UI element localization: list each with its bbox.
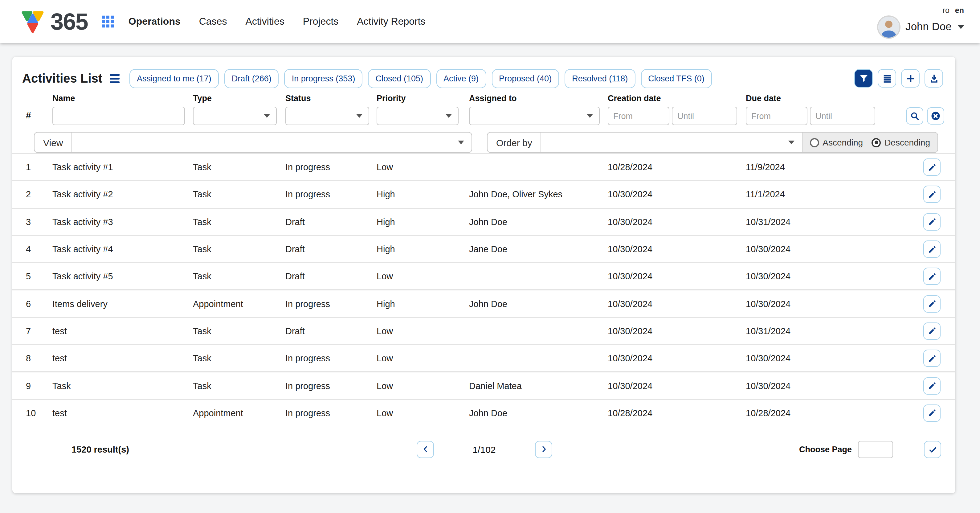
sort-direction-group: Ascending Descending [802, 132, 937, 152]
radio-circle-icon [810, 138, 819, 147]
cell-creation-date: 10/30/2024 [608, 190, 652, 199]
apps-grid-icon[interactable] [102, 15, 115, 29]
add-button[interactable] [901, 69, 920, 88]
filter-button[interactable] [854, 69, 873, 88]
filter-chip[interactable]: Closed (105) [368, 69, 431, 88]
table-row: 7 test Task Draft Low 10/30/2024 10/31/2… [12, 317, 955, 344]
table-row: 9 Task Task In progress Low Daniel Matea… [12, 371, 955, 399]
cell-assigned-to: John Doe [469, 217, 507, 226]
chevron-down-icon [587, 114, 593, 118]
choose-page-input[interactable] [858, 441, 893, 458]
cell-number: 2 [26, 190, 31, 199]
next-page-button[interactable] [535, 441, 552, 458]
filter-chip[interactable]: Assigned to me (17) [129, 69, 219, 88]
cell-priority: Low [377, 326, 393, 336]
list-view-button[interactable] [878, 69, 896, 88]
edit-row-button[interactable] [923, 350, 940, 367]
order-by-select[interactable] [541, 132, 802, 152]
cell-status: Draft [285, 244, 305, 254]
previous-page-button[interactable] [417, 441, 434, 458]
nav-item[interactable]: Projects [303, 16, 339, 27]
cell-due-date: 10/30/2024 [746, 353, 791, 363]
edit-row-button[interactable] [923, 213, 940, 230]
cell-type: Appointment [193, 299, 243, 309]
priority-filter-select[interactable] [377, 107, 458, 125]
table-row: 2 Task activity #2 Task In progress High… [12, 180, 955, 208]
radio-label: Descending [885, 137, 930, 147]
edit-row-button[interactable] [923, 268, 940, 285]
status-filter-select[interactable] [285, 107, 369, 125]
type-filter-select[interactable] [193, 107, 277, 125]
edit-row-button[interactable] [923, 405, 940, 422]
column-header-creation-date: Creation date [608, 94, 661, 103]
filter-chip[interactable]: Proposed (40) [492, 69, 559, 88]
filter-chip[interactable]: Closed TFS (0) [641, 69, 712, 88]
nav-item[interactable]: Activities [245, 16, 284, 27]
edit-row-button[interactable] [923, 186, 940, 203]
filter-chip[interactable]: Resolved (118) [565, 69, 635, 88]
view-order-row: View Order by Ascending Descending [12, 132, 955, 153]
filter-chip[interactable]: Draft (266) [224, 69, 279, 88]
cell-status: In progress [285, 381, 330, 390]
nav-item[interactable]: Activity Reports [357, 16, 425, 27]
nav-item[interactable]: Operations [129, 16, 181, 27]
edit-row-button[interactable] [923, 377, 940, 394]
language-toggle[interactable]: ro [943, 6, 950, 14]
main-nav: OperationsCasesActivitiesProjectsActivit… [129, 16, 426, 27]
column-header-type: Type [193, 94, 212, 103]
list-toolbar: Activities List Assigned to me (17)Draft… [12, 57, 955, 91]
cell-number: 6 [26, 299, 31, 309]
app-logo[interactable]: 365 [19, 7, 88, 36]
go-to-page-button[interactable] [924, 441, 941, 458]
cell-type: Appointment [193, 408, 243, 418]
sort-direction-radio[interactable]: Ascending [810, 137, 863, 147]
quick-filter-chips: Assigned to me (17)Draft (266)In progres… [129, 69, 712, 88]
creation-date-from-input[interactable] [608, 107, 669, 125]
cell-assigned-to: John Doe, Oliver Sykes [469, 190, 562, 199]
filter-chip[interactable]: Active (9) [436, 69, 486, 88]
cell-creation-date: 10/30/2024 [608, 244, 652, 254]
cell-status: In progress [285, 353, 330, 363]
column-header-status: Status [285, 94, 311, 103]
activities-card: Activities List Assigned to me (17)Draft… [12, 57, 955, 493]
search-button[interactable] [906, 107, 923, 124]
cell-name: Items delivery [52, 299, 108, 309]
language-toggle[interactable]: en [955, 6, 964, 14]
edit-row-button[interactable] [923, 295, 940, 312]
cell-name: test [52, 408, 67, 418]
edit-row-button[interactable] [923, 322, 940, 340]
cell-assigned-to: John Doe [469, 408, 507, 418]
name-filter-input[interactable] [52, 107, 185, 125]
download-button[interactable] [924, 69, 943, 88]
radio-label: Ascending [822, 137, 863, 147]
cell-status: In progress [285, 408, 330, 418]
user-menu[interactable]: John Doe [878, 16, 964, 37]
cell-type: Task [193, 353, 212, 363]
cell-number: 5 [26, 272, 31, 282]
cell-due-date: 10/28/2024 [746, 408, 791, 418]
edit-row-button[interactable] [923, 241, 940, 258]
cell-status: In progress [285, 299, 330, 309]
due-date-from-input[interactable] [746, 107, 807, 125]
cell-priority: Low [377, 408, 393, 418]
nav-item[interactable]: Cases [199, 16, 227, 27]
sort-direction-radio[interactable]: Descending [872, 137, 930, 147]
due-date-until-input[interactable] [810, 107, 875, 125]
cell-type: Task [193, 381, 212, 390]
view-select[interactable] [72, 132, 472, 152]
cell-status: In progress [285, 190, 330, 199]
cell-assigned-to: John Doe [469, 299, 507, 309]
clear-filters-button[interactable] [927, 107, 944, 124]
chevron-down-icon [445, 114, 452, 118]
filter-chip[interactable]: In progress (353) [285, 69, 363, 88]
cell-creation-date: 10/28/2024 [608, 162, 652, 172]
creation-date-until-input[interactable] [672, 107, 737, 125]
assigned-to-filter-select[interactable] [469, 107, 600, 125]
edit-row-button[interactable] [923, 158, 940, 176]
user-name: John Doe [905, 20, 951, 33]
list-menu-icon[interactable] [110, 74, 119, 83]
cell-type: Task [193, 326, 212, 336]
cell-assigned-to: Jane Doe [469, 244, 507, 254]
table-row: 3 Task activity #3 Task Draft High John … [12, 207, 955, 235]
table-row: 8 test Task In progress Low 10/30/2024 1… [12, 344, 955, 371]
